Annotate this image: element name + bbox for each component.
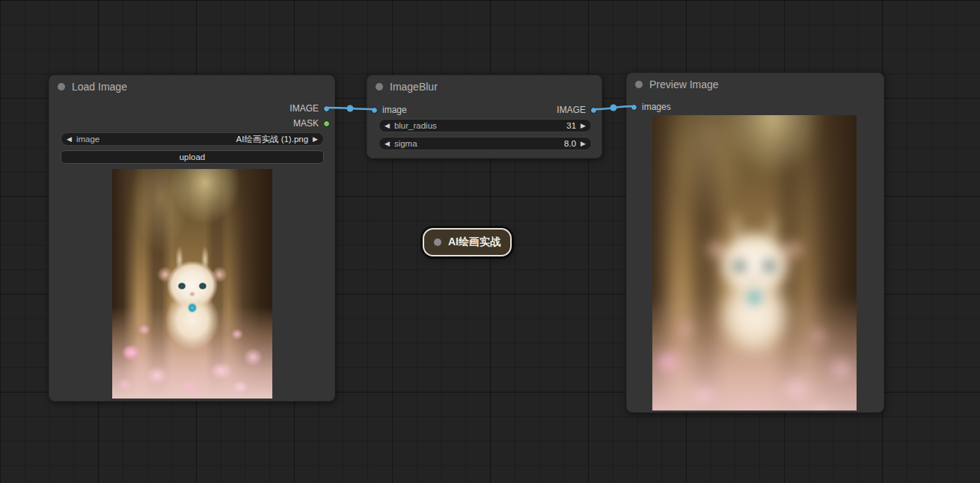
creature-image-blurred — [652, 115, 857, 410]
input-slot-label: images — [642, 102, 671, 112]
upload-button[interactable]: upload — [61, 150, 324, 164]
link-midpoint-dot[interactable] — [347, 105, 354, 112]
output-slot-mask: MASK — [293, 117, 334, 129]
combo-label: image — [76, 135, 99, 144]
creature-image — [112, 169, 272, 399]
sigma-widget[interactable]: ◀ sigma 8.0 ▶ — [379, 137, 592, 150]
node-title: ImageBlur — [390, 81, 438, 93]
mask-output-port[interactable] — [323, 120, 330, 127]
widget-label: sigma — [394, 139, 417, 148]
images-input-port[interactable] — [631, 104, 637, 111]
output-slot-label: MASK — [293, 118, 319, 129]
node-graph-canvas[interactable]: Load Image IMAGE MASK ◀ image AI绘画实战 (1)… — [0, 0, 980, 483]
collapse-dot[interactable] — [58, 83, 65, 90]
collapse-dot[interactable] — [376, 83, 383, 90]
decrement-arrow-icon[interactable]: ◀ — [385, 123, 390, 129]
node-title: Preview Image — [649, 79, 719, 90]
collapsed-node-title: AI绘画实战 — [448, 236, 500, 249]
output-slot-image: IMAGE — [290, 102, 334, 114]
increment-arrow-icon[interactable]: ▶ — [581, 123, 586, 129]
image-output-port[interactable] — [323, 105, 330, 112]
input-slot-images: images — [627, 101, 671, 113]
image-output-port[interactable] — [590, 107, 597, 114]
combo-right-arrow-icon[interactable]: ▶ — [313, 136, 318, 143]
link-midpoint-dot[interactable] — [610, 105, 617, 111]
image-combo-widget[interactable]: ◀ image AI绘画实战 (1).png ▶ — [61, 132, 324, 146]
node-load-image-titlebar[interactable]: Load Image — [49, 76, 334, 98]
collapse-dot[interactable] — [635, 81, 643, 88]
output-slot-label: IMAGE — [557, 105, 586, 115]
loaded-image-preview[interactable] — [112, 169, 272, 399]
blur-radius-widget[interactable]: ◀ blur_radius 31 ▶ — [379, 119, 592, 132]
input-slot-image: image — [367, 104, 407, 116]
output-slot-image: IMAGE — [557, 104, 601, 116]
increment-arrow-icon[interactable]: ▶ — [581, 141, 586, 147]
input-slot-label: image — [382, 105, 407, 115]
blurred-image-preview[interactable] — [652, 115, 857, 410]
collapse-dot[interactable] — [434, 239, 441, 246]
image-input-port[interactable] — [371, 107, 378, 114]
node-load-image[interactable]: Load Image IMAGE MASK ◀ image AI绘画实战 (1)… — [49, 75, 335, 402]
widget-value: 8.0 — [422, 139, 576, 148]
widget-value: 31 — [441, 121, 576, 130]
widget-label: blur_radius — [394, 121, 437, 130]
node-preview-image-titlebar[interactable]: Preview Image — [627, 73, 883, 96]
node-title: Load Image — [72, 81, 127, 93]
node-imageblur[interactable]: ImageBlur image IMAGE ◀ blur_radius 31 ▶… — [367, 75, 602, 159]
decrement-arrow-icon[interactable]: ◀ — [385, 141, 390, 147]
combo-left-arrow-icon[interactable]: ◀ — [67, 136, 72, 143]
node-preview-image[interactable]: Preview Image images — [626, 73, 884, 413]
node-collapsed-group[interactable]: AI绘画实战 — [423, 228, 512, 256]
combo-value: AI绘画实战 (1).png — [104, 134, 308, 145]
output-slot-label: IMAGE — [290, 103, 319, 114]
node-imageblur-titlebar[interactable]: ImageBlur — [367, 76, 601, 98]
